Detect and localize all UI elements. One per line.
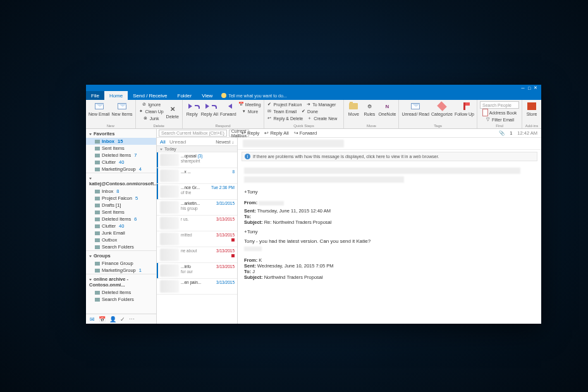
message-item[interactable]: ...infofor our3/13/2015 (157, 263, 237, 279)
folder-item[interactable]: MarketingGroup1 (86, 267, 156, 274)
ribbon-group-quicksteps: ✔Project Falcon ➜To Manager ✉Team Email … (264, 100, 345, 128)
tab-folder[interactable]: Folder (173, 91, 197, 100)
quickstep-replydelete[interactable]: ↩Reply & Delete (267, 115, 303, 121)
folder-item[interactable]: Drafts [1] (86, 202, 156, 209)
message-item[interactable]: ...en pain...3/13/2015 (157, 279, 237, 295)
message-item[interactable]: ...arketin...his group3/31/2015 (157, 200, 237, 216)
followup-button[interactable]: Follow Up (455, 101, 474, 116)
sender-redacted (160, 280, 179, 293)
ribbon-group-respond: Reply Reply All Forward 📅Meeting ▾More R… (183, 100, 264, 128)
folder-nav-pane: FavoritesInbox15Sent ItemsDeleted Items7… (86, 129, 157, 324)
sort-dropdown[interactable]: Newest ↓ (216, 140, 234, 144)
message-item[interactable]: ...x ...8 (157, 168, 237, 184)
ignore-button[interactable]: ⊘Ignore (138, 101, 164, 107)
more-views-button[interactable]: ⋯ (129, 316, 135, 322)
new-email-button[interactable]: New Email (89, 101, 109, 116)
new-items-button[interactable]: New Items (111, 101, 132, 116)
close-button[interactable]: ✕ (532, 85, 539, 90)
envelope-icon (411, 103, 420, 109)
move-button[interactable]: Move (346, 101, 360, 116)
rp-infobar[interactable]: i If there are problems with how this me… (242, 152, 537, 161)
message-item[interactable]: r us.3/13/2015 (157, 216, 237, 231)
rules-button[interactable]: ⚙Rules (362, 101, 376, 116)
tab-file[interactable]: File (86, 91, 104, 100)
rules-icon: ⚙ (364, 101, 374, 111)
message-item[interactable]: mitted3/13/2015 (157, 231, 237, 247)
delete-button[interactable]: ✕Delete (166, 101, 180, 121)
ribbon: New Email New Items New ⊘Ignore ✦Clean U… (86, 100, 541, 129)
minimize-button[interactable]: ─ (520, 85, 526, 90)
reply-button[interactable]: Reply (185, 101, 199, 116)
filter-icon: ▽ (485, 117, 491, 123)
folder-item[interactable]: MarketingGroup4 (86, 166, 156, 173)
people-view-button[interactable]: 👤 (109, 316, 116, 322)
rp-forward-button[interactable]: ↪ Forward (294, 130, 317, 136)
folder-item[interactable]: Finance Group (86, 260, 156, 267)
address-book-button[interactable]: Address Book (480, 109, 519, 116)
onenote-button[interactable]: NOneNote (378, 101, 396, 116)
tab-send-receive[interactable]: Send / Receive (128, 91, 172, 100)
tasks-view-button[interactable]: ✓ (120, 316, 125, 322)
folder-item[interactable]: Sent Items (86, 145, 156, 152)
folder-item[interactable]: Clutter40 (86, 223, 156, 230)
x-icon: ✕ (170, 106, 175, 113)
flag-icon (231, 155, 235, 158)
search-people-input[interactable]: Search People (480, 101, 519, 109)
nav-section-account[interactable]: katiej@Contoso.onmicrosoft... (86, 173, 156, 188)
folder-item[interactable]: Deleted Items6 (86, 216, 156, 223)
folder-item[interactable]: Inbox8 (86, 188, 156, 195)
tell-me-search[interactable]: Tell me what you want to do... (217, 91, 541, 100)
folder-item[interactable]: Deleted Items (86, 289, 156, 296)
nav-section-groups[interactable]: Groups (86, 250, 156, 260)
folder-item[interactable]: Outbox (86, 236, 156, 243)
folder-item[interactable]: Search Folders (86, 243, 156, 250)
tab-view[interactable]: View (197, 91, 217, 100)
maximize-button[interactable]: □ (526, 85, 532, 90)
reply-icon: ↩ (267, 116, 273, 121)
rp-reply-button[interactable]: ↩ Reply (242, 130, 259, 136)
tab-home[interactable]: Home (104, 91, 128, 100)
folder-item[interactable]: Project Falcon5 (86, 195, 156, 202)
nav-section-archive[interactable]: online archive - Contoso.onmi... (86, 274, 156, 289)
folder-item[interactable]: Inbox15 (86, 138, 156, 145)
date-group-header[interactable]: Today (157, 146, 237, 152)
more-respond-button[interactable]: ▾More (238, 108, 261, 114)
reading-pane: ↩ Reply ↩ Reply All ↪ Forward 📎 1 12:42 … (238, 129, 541, 324)
junk-button[interactable]: ⊗Junk (138, 115, 164, 121)
quickstep-tomanager[interactable]: ➜To Manager (305, 101, 336, 107)
categorize-button[interactable]: Categorize (431, 101, 453, 116)
received-time: 12:42 AM (517, 130, 537, 136)
folder-item[interactable]: Junk Email (86, 230, 156, 236)
mailbox-search-input[interactable]: Search Current Mailbox (Ctrl+E) (159, 130, 227, 137)
store-button[interactable]: Store (525, 101, 539, 116)
quickstep-teamemail[interactable]: ✉Team Email (267, 108, 297, 114)
filter-email-button[interactable]: ▽Filter Email (480, 116, 519, 123)
book-icon (482, 109, 488, 116)
forward-button[interactable]: Forward (220, 101, 236, 116)
folder-item[interactable]: Search Folders (86, 296, 156, 303)
filter-unread[interactable]: Unread (169, 139, 186, 145)
sender-redacted (160, 233, 179, 245)
message-item[interactable]: ...oposal (3)sharepoint (157, 152, 237, 168)
quickstep-done[interactable]: ✔Done (300, 108, 318, 114)
signature: +Tony (244, 189, 535, 195)
quickstep-createnew[interactable]: ＋Create New (307, 115, 337, 121)
nav-section-favorites[interactable]: Favorites (86, 129, 156, 138)
folder-item[interactable]: Deleted Items7 (86, 152, 156, 159)
cleanup-button[interactable]: ✦Clean Up (138, 108, 164, 114)
mail-view-button[interactable]: ✉ (90, 316, 95, 322)
rp-reply-all-button[interactable]: ↩ Reply All (264, 130, 288, 136)
meeting-button[interactable]: 📅Meeting (238, 101, 261, 107)
store-icon (527, 102, 536, 110)
calendar-view-button[interactable]: 📅 (99, 316, 106, 322)
more-icon: ▾ (241, 109, 247, 114)
filter-all[interactable]: All (160, 139, 166, 145)
message-item[interactable]: ne about3/13/2015 (157, 247, 237, 263)
message-item[interactable]: ...nce Gr...of theTue 2:36 PM (157, 184, 237, 200)
folder-item[interactable]: Sent Items (86, 209, 156, 216)
quickstep-falcon[interactable]: ✔Project Falcon (267, 101, 302, 107)
chevron-down-icon (89, 178, 92, 180)
reply-all-button[interactable]: Reply All (201, 101, 218, 116)
folder-item[interactable]: Clutter40 (86, 159, 156, 166)
unread-read-button[interactable]: Unread/ Read (401, 101, 429, 116)
